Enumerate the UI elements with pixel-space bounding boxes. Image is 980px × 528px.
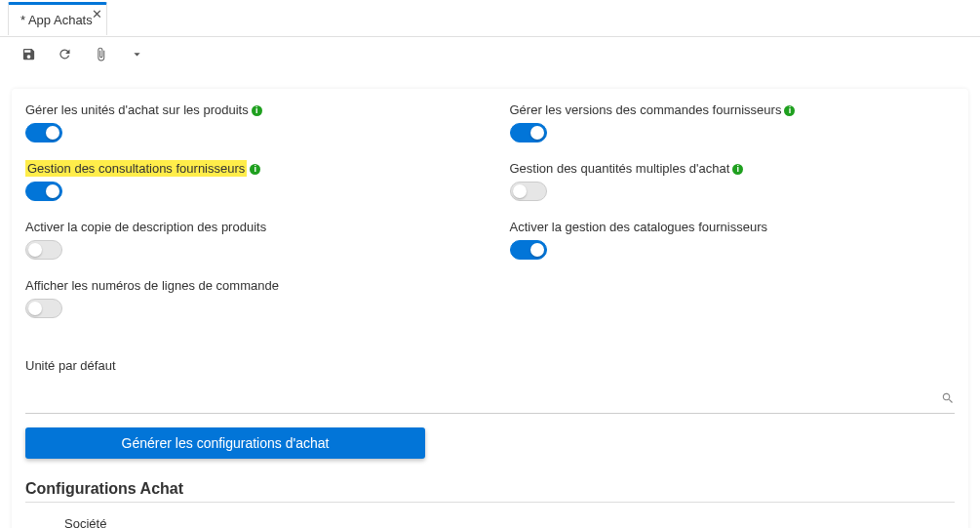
field-label: Afficher les numéros de lignes de comman…	[25, 278, 279, 293]
field-label: Gérer les versions des commandes fournis…	[510, 102, 782, 117]
toggle-copy-description[interactable]	[25, 240, 62, 260]
field-supplier-consultations: Gestion des consultations fournisseursi	[25, 161, 471, 204]
config-table: Société Axelor	[25, 510, 955, 528]
toggle-multiple-qty[interactable]	[510, 182, 547, 201]
right-column: Gérer les versions des commandes fournis…	[510, 102, 956, 337]
field-label: Gestion des quantités multiples d'achat	[510, 161, 730, 176]
info-icon[interactable]: i	[784, 105, 795, 116]
generate-config-button[interactable]: Générer les configurations d'achat	[25, 427, 425, 459]
field-label: Activer la gestion des catalogues fourni…	[510, 220, 767, 234]
attachment-icon[interactable]	[94, 47, 108, 61]
toggle-line-numbers[interactable]	[25, 299, 62, 318]
refresh-icon[interactable]	[58, 47, 72, 61]
field-units-purchase: Gérer les unités d'achat sur les produit…	[25, 102, 471, 145]
field-label: Gestion des consultations fournisseurs	[25, 160, 247, 177]
dropdown-icon[interactable]	[130, 47, 144, 61]
info-icon[interactable]: i	[252, 105, 262, 116]
table-header-company: Société	[25, 510, 955, 528]
close-icon[interactable]: ✕	[92, 7, 102, 21]
left-column: Gérer les unités d'achat sur les produit…	[25, 102, 471, 337]
field-label: Gérer les unités d'achat sur les produit…	[25, 102, 249, 117]
default-unit-input[interactable]	[25, 388, 941, 411]
info-icon[interactable]: i	[732, 164, 743, 175]
default-unit-field: Unité par défaut	[25, 358, 955, 414]
field-line-numbers: Afficher les numéros de lignes de comman…	[25, 278, 471, 321]
toolbar	[0, 37, 980, 69]
field-multiple-qty: Gestion des quantités multiples d'achati	[510, 161, 956, 204]
tab-bar: * App Achats ✕	[0, 0, 980, 37]
toggle-order-versions[interactable]	[510, 123, 547, 142]
info-icon[interactable]: i	[250, 164, 260, 175]
tab-app-achats[interactable]: * App Achats ✕	[8, 2, 107, 35]
toggle-supplier-consultations[interactable]	[25, 182, 62, 201]
search-icon[interactable]	[941, 391, 955, 408]
section-title: Configurations Achat	[25, 480, 955, 503]
toggle-units-purchase[interactable]	[25, 123, 62, 142]
config-panel: Gérer les unités d'achat sur les produit…	[12, 89, 968, 528]
field-supplier-catalogs: Activer la gestion des catalogues fourni…	[510, 220, 956, 263]
tab-title: * App Achats	[20, 13, 93, 27]
save-icon[interactable]	[21, 47, 36, 61]
toggle-supplier-catalogs[interactable]	[510, 240, 547, 260]
field-copy-description: Activer la copie de description des prod…	[25, 220, 471, 263]
default-unit-label: Unité par défaut	[25, 358, 955, 373]
field-order-versions: Gérer les versions des commandes fournis…	[510, 102, 956, 145]
field-label: Activer la copie de description des prod…	[25, 220, 266, 234]
